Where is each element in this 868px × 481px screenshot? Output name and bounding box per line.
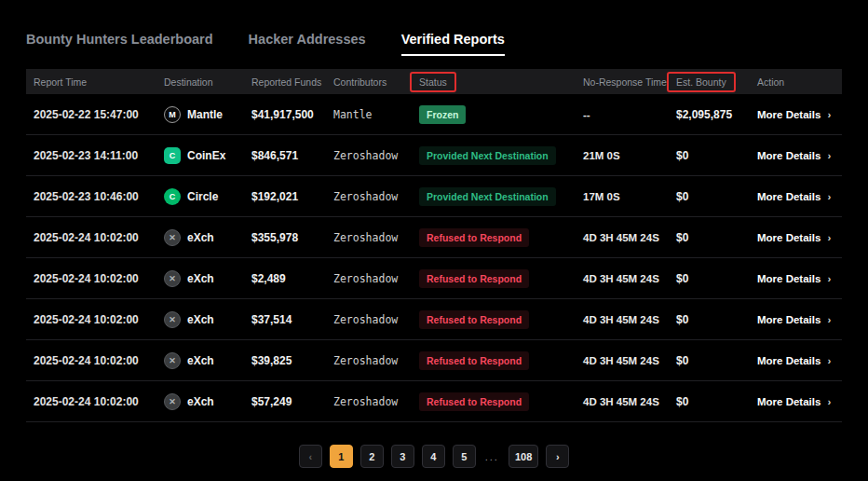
more-details-label: More Details xyxy=(757,232,821,243)
est-bounty-cell: $0 xyxy=(669,313,750,326)
chevron-right-icon: › xyxy=(828,150,832,161)
more-details-link[interactable]: More Details › xyxy=(750,109,842,120)
more-details-label: More Details xyxy=(757,109,821,120)
no-response-time-cell: 4D 3H 45M 24S xyxy=(576,273,669,284)
contributors-cell: Zeroshadow xyxy=(326,395,412,408)
more-details-label: More Details xyxy=(757,273,821,284)
header-est-bounty: Est. Bounty xyxy=(669,76,750,88)
table-row: 2025-02-24 10:02:00 ✕ eXch $37,514 Zeros… xyxy=(26,299,842,340)
destination-cell: C Circle xyxy=(156,188,244,205)
header-status: Status xyxy=(412,76,576,88)
chevron-right-icon: › xyxy=(828,314,832,325)
destination-cell: ✕ eXch xyxy=(156,311,244,328)
circle-icon: C xyxy=(164,188,181,205)
more-details-link[interactable]: More Details › xyxy=(750,232,842,243)
status-badge: Refused to Respond xyxy=(419,269,529,288)
table-row: 2025-02-22 15:47:00 M Mantle $41,917,500… xyxy=(26,94,842,135)
chevron-right-icon: › xyxy=(828,273,832,284)
reported-funds-cell: $192,021 xyxy=(244,190,326,203)
header-no-response-time: No-Response Time xyxy=(576,76,669,88)
next-page-button[interactable]: › xyxy=(546,445,569,468)
table-row: 2025-02-24 10:02:00 ✕ eXch $2,489 Zerosh… xyxy=(26,258,842,299)
exch-icon: ✕ xyxy=(164,393,181,410)
no-response-time-cell: 4D 3H 45M 24S xyxy=(576,232,669,243)
page-button-108[interactable]: 108 xyxy=(509,445,538,468)
reported-funds-cell: $39,825 xyxy=(244,354,326,367)
page-button-2[interactable]: 2 xyxy=(360,445,384,468)
header-action: Action xyxy=(750,76,842,88)
page-button-4[interactable]: 4 xyxy=(422,445,445,468)
contributors-cell: Mantle xyxy=(326,108,412,121)
chevron-right-icon: › xyxy=(828,232,832,243)
verified-reports-table: Report Time Destination Reported Funds C… xyxy=(26,69,842,422)
mantle-icon: M xyxy=(164,106,181,123)
contributors-cell: Zeroshadow xyxy=(326,272,412,285)
est-bounty-cell: $0 xyxy=(669,272,750,285)
header-report-time: Report Time xyxy=(26,76,156,88)
destination-cell: ✕ eXch xyxy=(156,393,244,410)
no-response-time-cell: 17M 0S xyxy=(576,191,669,202)
table-row: 2025-02-24 10:02:00 ✕ eXch $355,978 Zero… xyxy=(26,217,842,258)
status-cell: Refused to Respond xyxy=(412,228,576,247)
status-cell: Frozen xyxy=(412,105,576,124)
no-response-time-cell: 21M 0S xyxy=(576,150,669,161)
page-button-3[interactable]: 3 xyxy=(391,445,414,468)
reported-funds-cell: $41,917,500 xyxy=(244,108,326,121)
exch-icon: ✕ xyxy=(164,311,181,328)
status-badge: Frozen xyxy=(419,105,466,124)
destination-name: eXch xyxy=(187,231,214,244)
table-row: 2025-02-23 14:11:00 C CoinEx $846,571 Ze… xyxy=(26,135,842,176)
contributors-cell: Zeroshadow xyxy=(326,313,412,326)
status-cell: Provided Next Destination xyxy=(412,146,576,165)
destination-name: eXch xyxy=(187,272,214,285)
status-badge: Provided Next Destination xyxy=(419,187,556,206)
annotation-box-status: Status xyxy=(410,72,456,92)
exch-icon: ✕ xyxy=(164,270,181,287)
reported-funds-cell: $37,514 xyxy=(244,313,326,326)
reported-funds-cell: $2,489 xyxy=(244,272,326,285)
page-button-1[interactable]: 1 xyxy=(330,445,353,468)
destination-cell: ✕ eXch xyxy=(156,270,244,287)
report-time-cell: 2025-02-24 10:02:00 xyxy=(26,231,156,244)
more-details-link[interactable]: More Details › xyxy=(750,314,842,325)
more-details-link[interactable]: More Details › xyxy=(750,273,842,284)
page-button-5[interactable]: 5 xyxy=(453,445,476,468)
table-row: 2025-02-24 10:02:00 ✕ eXch $57,249 Zeros… xyxy=(26,381,842,422)
header-reported-funds: Reported Funds xyxy=(244,76,326,88)
destination-cell: ✕ eXch xyxy=(156,229,244,246)
more-details-link[interactable]: More Details › xyxy=(750,396,842,407)
page: Bounty Hunters Leaderboard Hacker Addres… xyxy=(0,32,868,468)
contributors-cell: Zeroshadow xyxy=(326,190,412,203)
more-details-link[interactable]: More Details › xyxy=(750,355,842,366)
report-time-cell: 2025-02-23 10:46:00 xyxy=(26,190,156,203)
destination-cell: C CoinEx xyxy=(156,147,244,164)
reported-funds-cell: $355,978 xyxy=(244,231,326,244)
header-contributors: Contributors xyxy=(326,76,412,88)
est-bounty-cell: $0 xyxy=(669,395,750,408)
status-badge: Refused to Respond xyxy=(419,228,529,247)
report-time-cell: 2025-02-24 10:02:00 xyxy=(26,313,156,326)
more-details-label: More Details xyxy=(757,355,821,366)
destination-cell: M Mantle xyxy=(156,106,244,123)
est-bounty-cell: $0 xyxy=(669,354,750,367)
tab-bounty-hunters-leaderboard[interactable]: Bounty Hunters Leaderboard xyxy=(26,32,213,56)
tab-bar: Bounty Hunters Leaderboard Hacker Addres… xyxy=(26,32,842,56)
prev-page-button[interactable]: ‹ xyxy=(299,445,322,468)
contributors-cell: Zeroshadow xyxy=(326,149,412,162)
more-details-link[interactable]: More Details › xyxy=(750,191,842,202)
reported-funds-cell: $846,571 xyxy=(244,149,326,162)
more-details-link[interactable]: More Details › xyxy=(750,150,842,161)
tab-hacker-addresses[interactable]: Hacker Addresses xyxy=(249,32,366,56)
status-badge: Refused to Respond xyxy=(419,310,529,329)
no-response-time-cell: 4D 3H 45M 24S xyxy=(576,396,669,407)
annotation-box-est-bounty: Est. Bounty xyxy=(667,72,736,92)
destination-name: eXch xyxy=(187,354,214,367)
more-details-label: More Details xyxy=(757,314,821,325)
more-details-label: More Details xyxy=(757,396,821,407)
chevron-right-icon: › xyxy=(828,355,832,366)
tab-verified-reports[interactable]: Verified Reports xyxy=(401,32,505,56)
chevron-right-icon: › xyxy=(828,109,832,120)
destination-name: Circle xyxy=(187,190,218,203)
destination-name: CoinEx xyxy=(187,149,225,162)
contributors-cell: Zeroshadow xyxy=(326,354,412,367)
